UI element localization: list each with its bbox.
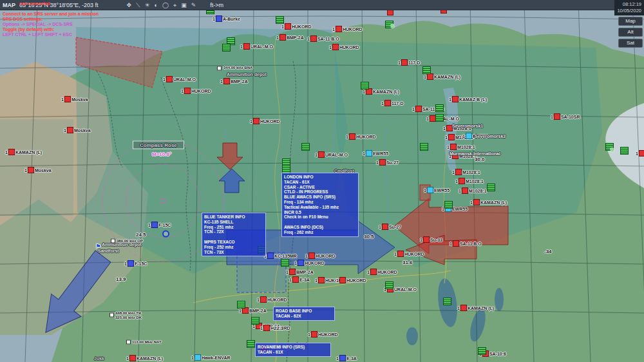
unit-marker-ewr55[interactable]: 1EWR55: [363, 150, 388, 157]
unit-marker-kamazn-l-[interactable]: 1KAMAZN (L): [457, 305, 494, 311]
unit-label: EWR55: [452, 207, 468, 211]
red-unit-icon: [223, 78, 230, 84]
unit-marker-hukord[interactable]: 1HUKORD: [257, 296, 287, 303]
unit-marker[interactable]: [620, 147, 629, 155]
unit-marker-kamazn[interactable]: 1KAMAZN: [636, 150, 644, 157]
info-line: Freq - 262 mhz: [284, 230, 356, 235]
unit-marker[interactable]: [126, 340, 131, 345]
unit-marker-a-burke[interactable]: 1A-Burke: [213, 15, 240, 22]
unit-count: 1: [450, 242, 452, 246]
unit-marker[interactable]: [478, 347, 486, 355]
unit-marker-hukord[interactable]: 1HUKORD: [332, 26, 363, 32]
unit-marker-moskva[interactable]: 1Moskva: [24, 167, 52, 173]
view-button-sat[interactable]: Sat: [618, 39, 643, 48]
target-icon[interactable]: ⌖: [173, 1, 176, 10]
unit-marker-moskva[interactable]: 1Moskva: [61, 96, 88, 102]
unit-marker-hawk-envar[interactable]: 1Hawk-ENVAR: [191, 354, 231, 361]
unit-marker-hukord[interactable]: 1HUKORD: [329, 44, 359, 50]
unit-marker-bmp-2a[interactable]: 1BMP-2A: [220, 78, 248, 84]
unit-marker-ewr55[interactable]: 1EWR55: [424, 187, 450, 193]
stack-unit-icon: [478, 347, 486, 355]
unit-marker[interactable]: [487, 184, 495, 191]
unit-marker-hukord[interactable]: 1HUKORD: [294, 260, 325, 266]
unit-marker-sa-11-b-o[interactable]: 1SA-11 B.O: [450, 240, 482, 247]
map-toolbar: ✥⟍☀◐◯⌖▣✎: [127, 1, 196, 10]
red-unit-icon: [460, 305, 467, 311]
unit-marker-ural-m-o[interactable]: 1URAL-M.O: [163, 76, 196, 82]
sun-icon[interactable]: ☀: [144, 1, 149, 10]
unit-marker-bmp-2a[interactable]: 1BMP-2A: [276, 34, 304, 41]
unit-marker-117-d[interactable]: 1117 D: [398, 59, 420, 66]
unit-marker-su-27[interactable]: 1Su-27: [376, 159, 399, 166]
unit-marker-e-3a[interactable]: 1E-3A: [336, 355, 357, 361]
unit-marker[interactable]: [435, 104, 444, 112]
unit-marker-hukord[interactable]: 1HUKORD: [281, 23, 312, 30]
ruler-icon[interactable]: ⟍: [136, 1, 140, 10]
unit-marker[interactable]: [385, 281, 393, 289]
contrast-icon[interactable]: ◐: [155, 1, 158, 10]
unit-marker-m1028-1[interactable]: 1M1028:1: [447, 144, 475, 150]
unit-marker[interactable]: [420, 143, 428, 151]
unit-marker[interactable]: [422, 66, 431, 74]
map-text: Jokk: [94, 356, 104, 361]
red-unit-icon: [370, 269, 377, 275]
unit-marker-hukord[interactable]: 1HUKORD: [394, 251, 424, 257]
unit-marker[interactable]: [109, 313, 114, 318]
unit-marker-kc-135mr[interactable]: 1KC-135MR: [264, 252, 297, 259]
unit-marker-f-15c[interactable]: 1F-15C: [148, 222, 171, 228]
unit-label: URAL-M.O: [325, 153, 348, 157]
circle-icon[interactable]: ◯: [162, 1, 169, 10]
red-unit-icon: [452, 96, 459, 102]
unit-marker[interactable]: [435, 114, 444, 122]
unit-marker-kamazn-l-[interactable]: 1KAMAZN (L): [5, 149, 42, 155]
unit-marker-m1028-1[interactable]: 1M1028:1: [455, 178, 484, 184]
pan-icon[interactable]: ✥: [127, 1, 132, 10]
unit-marker-hukord[interactable]: 1HUKORD: [336, 277, 366, 283]
unit-marker[interactable]: [443, 298, 451, 305]
unit-marker-kamazn-l-[interactable]: 1KAMAZN (L): [470, 199, 507, 205]
unit-marker-e-3a[interactable]: 1E-3A: [289, 276, 310, 283]
unit-marker-su-33[interactable]: 1Su-33: [420, 236, 442, 243]
unit-marker-hukord[interactable]: 1HUKORD: [346, 133, 376, 140]
unit-marker-moskva[interactable]: 1Moskva: [64, 127, 91, 133]
unit-marker-117-d[interactable]: 1117-D: [381, 100, 404, 106]
unit-marker-ural-m-o[interactable]: 1URAL-M.O: [315, 151, 348, 158]
unit-marker-sa-10sr[interactable]: 1SA-10SR: [551, 113, 580, 120]
unit-marker-hukord[interactable]: 1HUKORD: [308, 331, 338, 338]
unit-marker[interactable]: [217, 66, 222, 71]
pencil-icon[interactable]: ✎: [191, 1, 196, 10]
unit-marker-kamaz-b-l-[interactable]: 1KAMAZ B (L): [449, 96, 487, 102]
unit-marker-su-27[interactable]: 1Su-27: [379, 224, 401, 230]
view-button-alt[interactable]: Alt: [618, 28, 643, 37]
unit-marker[interactable]: [444, 201, 453, 209]
unit-marker-bmp-2a[interactable]: 1BMP-2A: [286, 269, 314, 275]
unit-marker[interactable]: [251, 317, 260, 325]
unit-marker-m1028-1[interactable]: 1M1028:1: [459, 187, 487, 194]
unit-marker[interactable]: [281, 259, 289, 267]
unit-count: 1: [412, 107, 415, 111]
unit-marker-f-15c[interactable]: 1F-15C: [124, 260, 147, 267]
unit-marker-hukord[interactable]: 1HUKORD: [181, 88, 211, 94]
unit-marker[interactable]: [222, 44, 231, 52]
map-text: 30.5: [364, 234, 374, 240]
unit-marker[interactable]: [276, 16, 284, 24]
unit-marker-hukord[interactable]: 1HUKORD: [250, 118, 280, 124]
unit-marker-sa-11-b-o[interactable]: 1SA-11 B.O: [307, 35, 339, 42]
unit-count: 1: [398, 61, 401, 65]
unit-marker-hukord[interactable]: 1HUKORD: [305, 252, 336, 259]
units-toggle[interactable]: ft->m: [210, 2, 223, 8]
unit-marker[interactable]: [247, 340, 255, 348]
unit-marker-m1028-1[interactable]: 1M1028:1: [452, 169, 480, 175]
unit-marker-kamazn-l-[interactable]: 1KAMAZN (L): [126, 355, 163, 361]
unit-marker[interactable]: [162, 231, 169, 238]
view-button-map[interactable]: Map: [618, 17, 643, 26]
unit-marker-kamazn-l-[interactable]: 1KAMAZN (L): [424, 73, 460, 80]
unit-marker-ural-m-o[interactable]: 1URAL-M.O: [240, 43, 273, 50]
unit-marker-hukord[interactable]: 1HUKORD: [367, 269, 397, 275]
label-icon[interactable]: ▣: [181, 1, 187, 10]
unit-count: 1: [240, 44, 243, 49]
info-line: CTLD - IN PROGRESS: [284, 189, 356, 195]
unit-marker[interactable]: [361, 82, 369, 90]
unit-marker[interactable]: [237, 301, 245, 309]
unit-marker[interactable]: [301, 143, 310, 151]
